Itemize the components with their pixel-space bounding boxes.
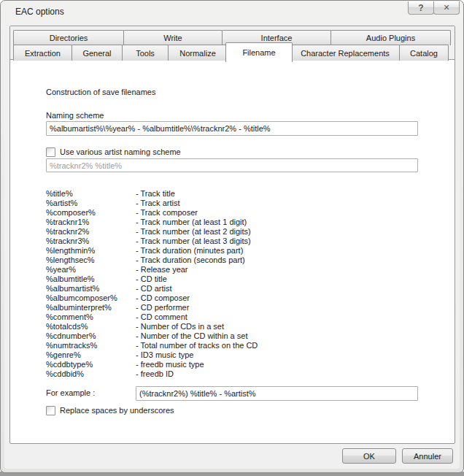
- caption-buttons: ? ✕: [408, 1, 460, 15]
- tab-write[interactable]: Write: [123, 30, 223, 45]
- tab-label: Interface: [261, 34, 293, 42]
- placeholder-row: %tracknr1%- Track number (at least 1 dig…: [46, 218, 411, 227]
- tab-normalize[interactable]: Normalize: [168, 45, 228, 61]
- placeholder-code: %artist%: [46, 199, 136, 208]
- tab-strip: Directories Write Interface Audio Plugin…: [10, 26, 455, 60]
- placeholder-code: %title%: [46, 189, 136, 199]
- replace-spaces-checkbox[interactable]: [46, 406, 55, 415]
- placeholder-row: %cdnumber%- Number of the CD within a se…: [46, 331, 411, 341]
- various-artist-checkbox-label: Use various artist naming scheme: [60, 147, 181, 156]
- help-button[interactable]: ?: [408, 1, 434, 15]
- naming-scheme-input[interactable]: [46, 121, 418, 136]
- placeholder-desc: - Track number (at least 3 digits): [136, 237, 251, 246]
- placeholder-code: %albumcomposer%: [46, 293, 136, 303]
- placeholder-code: %genre%: [46, 350, 136, 360]
- example-label: For example :: [46, 388, 95, 397]
- tab-label: Directories: [50, 34, 88, 42]
- various-artist-scheme-input[interactable]: [46, 158, 418, 172]
- tab-label: Catalog: [410, 49, 438, 58]
- tab-tools[interactable]: Tools: [122, 45, 169, 61]
- placeholder-desc: - CD comment: [136, 312, 187, 322]
- tab-row-2: Extraction General Tools Normalize Filen…: [13, 45, 449, 62]
- tab-label: Normalize: [179, 49, 216, 58]
- placeholder-desc: - Track number (at least 2 digits): [136, 227, 251, 237]
- tab-character-replacements[interactable]: Character Replacements: [290, 45, 400, 61]
- tab-audio-plugins[interactable]: Audio Plugins: [330, 30, 451, 45]
- placeholder-desc: - Track title: [136, 189, 175, 199]
- placeholder-row: %albumcomposer%- CD composer: [46, 293, 411, 303]
- title-bar[interactable]: EAC options ? ✕: [1, 1, 463, 23]
- placeholder-row: %title%- Track title: [46, 189, 411, 199]
- placeholder-row: %numtracks%- Total number of tracks on t…: [46, 341, 411, 350]
- tab-label: Tools: [136, 49, 155, 58]
- section-title: Construction of save filenames: [46, 88, 155, 96]
- placeholder-row: %albumartist%- CD artist: [46, 284, 411, 293]
- placeholder-code: %albumtitle%: [46, 275, 136, 284]
- replace-spaces-checkbox-label: Replace spaces by underscores: [60, 406, 174, 415]
- tab-directories[interactable]: Directories: [13, 30, 124, 45]
- placeholder-desc: - Number of the CD within a set: [136, 331, 247, 341]
- tab-label: Filename: [242, 48, 275, 57]
- tab-general[interactable]: General: [71, 45, 123, 61]
- placeholder-desc: - Track duration (minutes part): [136, 246, 243, 256]
- placeholder-list: %title%- Track title %artist%- Track art…: [46, 189, 411, 379]
- placeholder-desc: - CD title: [136, 275, 167, 284]
- placeholder-desc: - Track number (at least 1 digit): [136, 218, 247, 227]
- placeholder-desc: - Total number of tracks on the CD: [136, 341, 258, 350]
- window-title: EAC options: [15, 7, 64, 17]
- various-artist-checkbox[interactable]: [46, 147, 55, 157]
- tab-label: Audio Plugins: [366, 34, 415, 42]
- placeholder-row: %albumtitle%- CD title: [46, 275, 411, 284]
- tab-label: Character Replacements: [301, 49, 390, 58]
- placeholder-desc: - Number of CDs in a set: [136, 322, 224, 331]
- close-icon: ✕: [443, 3, 449, 12]
- eac-options-dialog: EAC options ? ✕ Directories Write Interf…: [0, 0, 464, 473]
- example-input[interactable]: [136, 386, 418, 401]
- placeholder-code: %albumartist%: [46, 284, 136, 293]
- placeholder-desc: - CD performer: [136, 303, 189, 312]
- placeholder-code: %tracknr1%: [46, 218, 136, 227]
- placeholder-row: %artist%- Track artist: [46, 199, 411, 208]
- placeholder-desc: - freedb music type: [136, 360, 204, 369]
- help-icon: ?: [418, 3, 423, 13]
- placeholder-row: %cddbtype%- freedb music type: [46, 360, 411, 369]
- naming-scheme-label: Naming scheme: [46, 111, 104, 120]
- placeholder-code: %totalcds%: [46, 322, 136, 331]
- placeholder-code: %tracknr2%: [46, 227, 136, 237]
- placeholder-row: %lengthsec%- Track duration (seconds par…: [46, 256, 411, 265]
- placeholder-row: %tracknr2%- Track number (at least 2 dig…: [46, 227, 411, 237]
- placeholder-code: %cddbid%: [46, 369, 136, 379]
- tab-catalog[interactable]: Catalog: [399, 45, 449, 61]
- placeholder-desc: - freedb ID: [136, 369, 174, 379]
- placeholder-row: %cddbid%- freedb ID: [46, 369, 411, 379]
- placeholder-desc: - CD artist: [136, 284, 172, 293]
- tab-filename[interactable]: Filename: [225, 42, 293, 62]
- tab-label: Write: [163, 34, 182, 42]
- ok-button[interactable]: OK: [342, 448, 396, 464]
- placeholder-row: %albuminterpret%- CD performer: [46, 303, 411, 312]
- placeholder-code: %composer%: [46, 208, 136, 218]
- placeholder-code: %lengthmin%: [46, 246, 136, 256]
- tab-label: General: [82, 49, 111, 58]
- placeholder-row: %composer%- Track composer: [46, 208, 411, 218]
- placeholder-desc: - Release year: [136, 265, 188, 275]
- placeholder-desc: - CD composer: [136, 293, 190, 303]
- placeholder-row: %genre%- ID3 music type: [46, 350, 411, 360]
- placeholder-desc: - Track composer: [136, 208, 198, 218]
- cancel-button[interactable]: Annuler: [402, 448, 453, 464]
- tab-extraction[interactable]: Extraction: [13, 45, 72, 61]
- placeholder-code: %albuminterpret%: [46, 303, 136, 312]
- placeholder-code: %comment%: [46, 312, 136, 322]
- close-button[interactable]: ✕: [433, 1, 460, 15]
- placeholder-code: %cddbtype%: [46, 360, 136, 369]
- placeholder-code: %numtracks%: [46, 341, 136, 350]
- tab-label: Extraction: [25, 49, 61, 58]
- placeholder-desc: - Track duration (seconds part): [136, 256, 245, 265]
- placeholder-code: %year%: [46, 265, 136, 275]
- placeholder-row: %tracknr3%- Track number (at least 3 dig…: [46, 237, 411, 246]
- placeholder-row: %totalcds%- Number of CDs in a set: [46, 322, 411, 331]
- placeholder-desc: - ID3 music type: [136, 350, 193, 360]
- placeholder-row: %comment%- CD comment: [46, 312, 411, 322]
- placeholder-row: %lengthmin%- Track duration (minutes par…: [46, 246, 411, 256]
- placeholder-code: %tracknr3%: [46, 237, 136, 246]
